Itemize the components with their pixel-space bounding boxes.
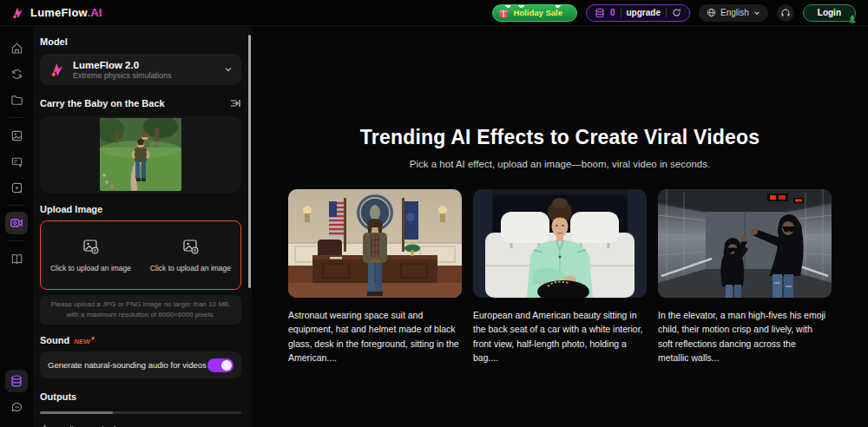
divider [9,117,24,118]
logo-text: LumeFlow.AI [30,6,102,19]
collapse-panel-icon[interactable] [229,97,241,109]
panel-scrollbar[interactable] [248,35,251,288]
model-label: Model [40,36,241,47]
divider [666,9,667,17]
effect-cards: Astronaut wearing space suit and equipme… [252,189,868,365]
language-label: English [720,8,749,17]
sound-toggle[interactable] [207,358,233,372]
image-upload-icon [82,238,100,255]
image-icon [10,129,23,142]
holiday-sale-label: Holiday Sale [513,8,562,17]
slider-fill [40,411,113,414]
refresh-icon[interactable] [672,8,681,17]
language-selector[interactable]: English [699,4,768,22]
upgrade-label: upgrade [627,8,661,17]
upload-hint: Please upload a JPG or PNG image no larg… [40,295,241,325]
effect-card-image [473,189,647,298]
effect-preview-image[interactable] [100,118,181,191]
page-subtitle: Pick a hot AI effect, upload an image—bo… [252,159,868,169]
image-generate-icon [10,155,23,168]
credits-upgrade-pill[interactable]: 0 upgrade [586,4,690,22]
effect-card-elevator[interactable]: In the elevator, a man high-fives his em… [658,189,832,365]
chevron-down-icon [224,65,233,74]
model-name: LumeFlow 2.0 [73,60,172,70]
effect-card-image [658,189,832,298]
feedback-bubble-icon [10,401,23,414]
header-actions: Holiday Sale 0 upgrade [492,4,856,22]
headphones-icon [780,8,791,18]
effect-card-caption: In the elevator, a man high-fives his em… [658,308,829,365]
credits-stack-icon [10,374,23,388]
effect-card-astronaut[interactable]: Astronaut wearing space suit and equipme… [288,189,462,365]
sidebar-item-image[interactable] [5,124,28,147]
sidebar-item-video-generate[interactable] [5,176,28,199]
upload-zone-2-label: Click to upload an image [150,264,231,273]
sidebar-item-history[interactable] [5,62,28,85]
model-logo-icon [49,61,66,78]
toggle-knob [221,360,232,371]
gift-icon [498,7,510,18]
holiday-sale-badge[interactable]: Holiday Sale [492,4,577,22]
sound-label: Sound [40,335,69,345]
effect-title: Carry the Baby on the Back [40,98,165,108]
sidebar-item-projects[interactable] [5,89,28,111]
settings-panel: Model LumeFlow 2.0 Extreme physics simul… [33,26,252,427]
sound-header: Sound NEW✦ [40,335,241,345]
sidebar-item-feedback[interactable] [5,396,28,418]
credit-count: 0 [610,8,615,17]
image-upload-icon [182,238,200,255]
sidebar-item-credits[interactable] [5,370,28,392]
logo[interactable]: LumeFlow.AI [10,5,102,20]
video-generate-icon [10,181,23,194]
icon-rail [0,26,33,427]
effect-card-car-beauty[interactable]: European and American beauty sitting in … [473,189,647,365]
effect-card-caption: Astronaut wearing space suit and equipme… [288,308,459,365]
sidebar-item-image-generate[interactable] [5,150,28,173]
upload-image-box: Click to upload an image Click to upload… [40,220,241,290]
tree-decoration-icon [847,14,858,24]
upload-zone-1[interactable]: Click to upload an image [41,221,141,289]
effect-card-image [288,189,462,298]
sidebar-item-library[interactable] [5,247,28,270]
globe-icon [707,8,716,17]
book-icon [10,253,23,266]
header: LumeFlow.AI Holiday Sale 0 upgrade [0,0,868,26]
history-icon [10,68,23,81]
outputs-slider[interactable] [40,411,241,414]
sidebar-item-home[interactable] [5,36,28,59]
login-label: Login [818,8,841,17]
sound-toggle-label: Generate natural-sounding audio for vide… [48,360,207,370]
chevron-down-icon [753,10,760,16]
home-icon [10,42,23,55]
support-button[interactable] [777,4,794,22]
outputs-label: Outputs [40,391,241,402]
login-button[interactable]: Login [803,4,856,22]
new-badge: NEW✦ [74,335,95,345]
upload-zone-1-label: Click to upload an image [50,264,131,273]
upload-image-label: Upload Image [40,204,241,214]
sidebar-item-video-effects[interactable] [5,212,28,234]
video-camera-icon [10,216,23,230]
page-title: Trending AI Effects to Create Viral Vide… [252,126,868,149]
sound-setting-card: Generate natural-sounding audio for vide… [40,351,241,378]
divider [621,9,621,17]
effect-header: Carry the Baby on the Back [40,97,241,109]
divider [9,240,24,241]
app-window: LumeFlow.AI Holiday Sale 0 upgrade [0,0,868,427]
logo-icon [10,5,25,20]
model-meta: LumeFlow 2.0 Extreme physics simulations [73,60,172,80]
model-description: Extreme physics simulations [73,71,172,80]
divider [9,205,24,206]
model-selector[interactable]: LumeFlow 2.0 Extreme physics simulations [40,54,241,85]
coins-icon [595,8,605,18]
folder-icon [10,94,23,107]
effect-card-caption: European and American beauty sitting in … [473,308,644,365]
upload-zone-2[interactable]: Click to upload an image [141,221,240,289]
main-content: Trending AI Effects to Create Viral Vide… [252,26,868,427]
effect-preview-card [40,116,241,193]
